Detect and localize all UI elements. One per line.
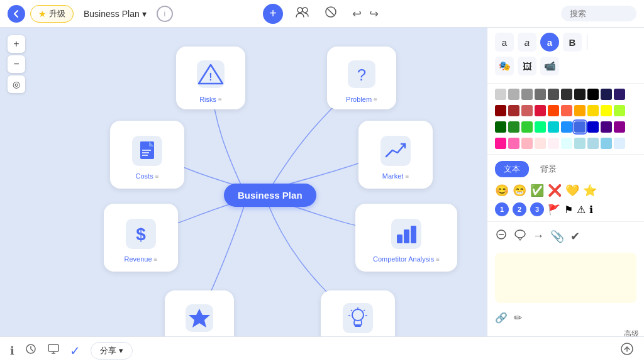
- color-swatch[interactable]: [574, 89, 586, 100]
- info-bottom-icon[interactable]: ℹ: [10, 344, 14, 358]
- edit-panel-icon[interactable]: ✏: [514, 312, 522, 324]
- color-swatch[interactable]: [548, 121, 559, 133]
- panel-advanced-label: 高级: [487, 328, 644, 336]
- color-swatch[interactable]: [521, 138, 533, 149]
- color-swatch[interactable]: [587, 105, 599, 116]
- color-swatch[interactable]: [587, 121, 599, 133]
- badge-1[interactable]: 1: [495, 202, 509, 216]
- color-swatch[interactable]: [561, 105, 572, 116]
- badge-3[interactable]: 3: [530, 202, 544, 216]
- color-swatch[interactable]: [548, 138, 559, 149]
- central-node[interactable]: Business Plan: [224, 184, 316, 207]
- zoom-in-button[interactable]: +: [8, 35, 25, 53]
- emoji-smile[interactable]: 😊: [495, 184, 509, 197]
- color-swatch[interactable]: [495, 105, 506, 116]
- color-swatch[interactable]: [561, 138, 572, 149]
- color-swatch[interactable]: [614, 105, 625, 116]
- info-icon[interactable]: ℹ: [589, 204, 593, 216]
- info-button[interactable]: i: [157, 6, 173, 22]
- tab-text[interactable]: 文本: [495, 161, 529, 177]
- color-swatch[interactable]: [535, 138, 546, 149]
- color-swatch[interactable]: [574, 138, 586, 149]
- emoji-style-button[interactable]: 🎭: [495, 57, 514, 75]
- color-swatch[interactable]: [601, 138, 612, 149]
- color-swatch[interactable]: [614, 89, 625, 100]
- zoom-out-button[interactable]: −: [8, 55, 25, 73]
- checkmark-icon[interactable]: ✔: [570, 229, 580, 243]
- color-swatch[interactable]: [508, 138, 519, 149]
- color-swatch[interactable]: [535, 121, 546, 133]
- color-swatch[interactable]: [548, 105, 559, 116]
- emoji-x[interactable]: ❌: [548, 184, 562, 197]
- color-swatch[interactable]: [587, 89, 599, 100]
- bubble-icon[interactable]: [514, 228, 526, 244]
- text-color-button[interactable]: a: [540, 33, 559, 52]
- color-swatch-selected[interactable]: [574, 121, 586, 133]
- node-problem[interactable]: ? Problem ≡: [327, 47, 396, 109]
- emoji-star[interactable]: ⭐: [583, 184, 597, 197]
- emoji-grin[interactable]: 😁: [513, 184, 526, 197]
- color-swatch[interactable]: [495, 89, 506, 100]
- color-swatch[interactable]: [601, 121, 612, 133]
- node-solution[interactable]: Solution ≡: [321, 290, 395, 336]
- badge-2[interactable]: 2: [513, 202, 526, 216]
- color-swatch[interactable]: [535, 89, 546, 100]
- color-swatch[interactable]: [614, 138, 625, 149]
- warning-icon[interactable]: ⚠: [577, 204, 586, 216]
- emoji-check[interactable]: ✅: [530, 184, 544, 197]
- compass-button[interactable]: ◎: [8, 75, 25, 93]
- link-panel-icon[interactable]: 🔗: [495, 312, 508, 324]
- image-style-button[interactable]: 🖼: [518, 57, 536, 75]
- node-risks[interactable]: ! Risks ≡: [176, 47, 245, 109]
- color-swatch[interactable]: [495, 121, 506, 133]
- users-icon[interactable]: [293, 4, 312, 23]
- color-swatch[interactable]: [601, 105, 612, 116]
- upgrade-button[interactable]: ★ 升级: [30, 5, 74, 23]
- node-competitor-analysis[interactable]: Competitor Analysis ≡: [355, 204, 457, 272]
- color-swatch[interactable]: [508, 105, 519, 116]
- flag-red-icon[interactable]: 🚩: [548, 204, 560, 216]
- text-italic-button[interactable]: a: [518, 33, 536, 52]
- color-swatch[interactable]: [495, 138, 506, 149]
- share-button[interactable]: 分享 ▾: [91, 342, 133, 360]
- tab-background[interactable]: 背景: [531, 161, 565, 177]
- color-swatch[interactable]: [508, 89, 519, 100]
- back-button[interactable]: [8, 5, 25, 23]
- node-costs[interactable]: Costs ≡: [110, 121, 184, 189]
- emoji-heart[interactable]: 💛: [565, 184, 579, 197]
- node-usps[interactable]: USP's ≡: [165, 290, 234, 336]
- color-swatch[interactable]: [521, 105, 533, 116]
- history-icon[interactable]: [25, 343, 37, 358]
- doc-title[interactable]: Business Plan ▾: [79, 6, 152, 21]
- redo-button[interactable]: ↪: [367, 4, 381, 23]
- text-normal-button[interactable]: a: [495, 33, 514, 52]
- color-swatch[interactable]: [508, 121, 519, 133]
- color-swatch[interactable]: [521, 121, 533, 133]
- color-swatch[interactable]: [561, 89, 572, 100]
- search-input[interactable]: [561, 6, 636, 21]
- color-swatch[interactable]: [535, 105, 546, 116]
- undo-button[interactable]: ↩: [350, 4, 364, 23]
- arrow-icon[interactable]: →: [533, 229, 544, 243]
- video-style-button[interactable]: 📹: [540, 57, 559, 75]
- color-swatch[interactable]: [521, 89, 533, 100]
- node-revenue[interactable]: $ Revenue ≡: [104, 204, 178, 272]
- text-bold-button[interactable]: B: [563, 33, 582, 52]
- costs-icon: [128, 132, 166, 170]
- color-swatch[interactable]: [614, 121, 625, 133]
- block-icon[interactable]: [322, 3, 340, 24]
- note-area[interactable]: [495, 253, 636, 303]
- upload-icon[interactable]: [620, 342, 634, 359]
- color-swatch[interactable]: [601, 89, 612, 100]
- flag-yellow-icon[interactable]: ⚑: [564, 204, 573, 216]
- add-node-button[interactable]: +: [263, 4, 283, 24]
- link-icon[interactable]: 📎: [550, 229, 564, 243]
- color-swatch[interactable]: [574, 105, 586, 116]
- check-icon[interactable]: ✓: [70, 343, 80, 358]
- color-swatch[interactable]: [561, 121, 572, 133]
- circle-icon[interactable]: [495, 228, 508, 244]
- color-swatch[interactable]: [587, 138, 599, 149]
- color-swatch[interactable]: [548, 89, 559, 100]
- monitor-icon[interactable]: [47, 343, 60, 358]
- node-market[interactable]: Market ≡: [358, 121, 433, 189]
